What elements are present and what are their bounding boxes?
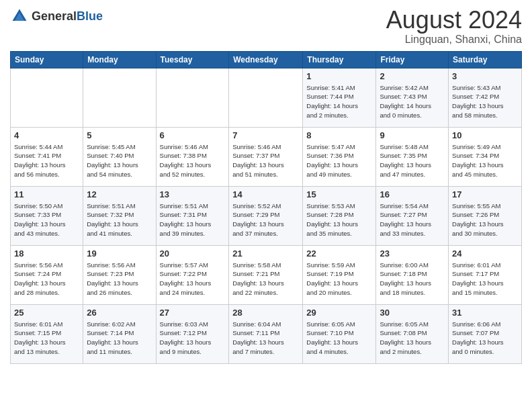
- calendar-cell: [83, 68, 156, 127]
- day-number: 19: [87, 248, 152, 259]
- calendar-cell: 6Sunrise: 5:46 AM Sunset: 7:38 PM Daylig…: [156, 127, 229, 186]
- calendar-cell: 10Sunrise: 5:49 AM Sunset: 7:34 PM Dayli…: [449, 127, 522, 186]
- day-info: Sunrise: 5:50 AM Sunset: 7:33 PM Dayligh…: [14, 201, 79, 238]
- day-info: Sunrise: 5:42 AM Sunset: 7:43 PM Dayligh…: [380, 83, 445, 120]
- day-info: Sunrise: 6:05 AM Sunset: 7:08 PM Dayligh…: [380, 320, 445, 357]
- calendar-cell: 9Sunrise: 5:48 AM Sunset: 7:35 PM Daylig…: [376, 127, 449, 186]
- day-info: Sunrise: 5:59 AM Sunset: 7:19 PM Dayligh…: [306, 261, 372, 298]
- day-info: Sunrise: 5:53 AM Sunset: 7:28 PM Dayligh…: [306, 201, 372, 238]
- calendar-cell: 18Sunrise: 5:56 AM Sunset: 7:24 PM Dayli…: [11, 245, 83, 304]
- calendar-cell: [156, 68, 229, 127]
- day-info: Sunrise: 6:00 AM Sunset: 7:18 PM Dayligh…: [380, 261, 445, 298]
- calendar-cell: 25Sunrise: 6:01 AM Sunset: 7:15 PM Dayli…: [11, 304, 83, 363]
- calendar-week-row: 4Sunrise: 5:44 AM Sunset: 7:41 PM Daylig…: [11, 127, 522, 186]
- calendar-cell: 19Sunrise: 5:56 AM Sunset: 7:23 PM Dayli…: [83, 245, 156, 304]
- calendar-cell: 23Sunrise: 6:00 AM Sunset: 7:18 PM Dayli…: [376, 245, 449, 304]
- day-info: Sunrise: 6:02 AM Sunset: 7:14 PM Dayligh…: [87, 320, 152, 357]
- logo-blue: Blue: [77, 9, 103, 23]
- day-number: 22: [306, 248, 372, 259]
- day-number: 26: [87, 308, 152, 318]
- day-number: 21: [232, 248, 299, 259]
- day-info: Sunrise: 5:54 AM Sunset: 7:27 PM Dayligh…: [380, 201, 445, 238]
- calendar-cell: 11Sunrise: 5:50 AM Sunset: 7:33 PM Dayli…: [11, 186, 83, 245]
- day-number: 23: [380, 248, 445, 259]
- calendar-cell: [11, 68, 83, 127]
- day-number: 16: [380, 189, 445, 199]
- day-info: Sunrise: 5:57 AM Sunset: 7:22 PM Dayligh…: [160, 261, 226, 298]
- day-info: Sunrise: 5:51 AM Sunset: 7:32 PM Dayligh…: [87, 201, 152, 238]
- day-info: Sunrise: 5:46 AM Sunset: 7:38 PM Dayligh…: [160, 142, 226, 179]
- calendar-cell: 3Sunrise: 5:43 AM Sunset: 7:42 PM Daylig…: [449, 68, 522, 127]
- logo-general: General: [32, 9, 77, 23]
- weekday-header: Thursday: [303, 51, 376, 68]
- calendar-cell: 14Sunrise: 5:52 AM Sunset: 7:29 PM Dayli…: [229, 186, 303, 245]
- weekday-header: Sunday: [11, 51, 83, 68]
- day-info: Sunrise: 5:56 AM Sunset: 7:23 PM Dayligh…: [87, 261, 152, 298]
- day-number: 20: [160, 248, 226, 259]
- day-info: Sunrise: 5:47 AM Sunset: 7:36 PM Dayligh…: [306, 142, 372, 179]
- day-number: 7: [232, 130, 299, 140]
- calendar-week-row: 18Sunrise: 5:56 AM Sunset: 7:24 PM Dayli…: [11, 245, 522, 304]
- calendar-cell: 26Sunrise: 6:02 AM Sunset: 7:14 PM Dayli…: [83, 304, 156, 363]
- day-info: Sunrise: 5:49 AM Sunset: 7:34 PM Dayligh…: [452, 142, 518, 179]
- day-number: 2: [380, 71, 445, 81]
- page-header: GeneralBlue August 2024 Lingquan, Shanxi…: [10, 7, 522, 46]
- calendar-cell: 28Sunrise: 6:04 AM Sunset: 7:11 PM Dayli…: [229, 304, 303, 363]
- day-info: Sunrise: 5:58 AM Sunset: 7:21 PM Dayligh…: [232, 261, 299, 298]
- calendar-cell: 21Sunrise: 5:58 AM Sunset: 7:21 PM Dayli…: [229, 245, 303, 304]
- calendar-cell: 8Sunrise: 5:47 AM Sunset: 7:36 PM Daylig…: [303, 127, 376, 186]
- day-number: 5: [87, 130, 152, 140]
- calendar-cell: 24Sunrise: 6:01 AM Sunset: 7:17 PM Dayli…: [449, 245, 522, 304]
- weekday-header: Saturday: [449, 51, 522, 68]
- weekday-header: Monday: [83, 51, 156, 68]
- calendar-cell: 31Sunrise: 6:06 AM Sunset: 7:07 PM Dayli…: [449, 304, 522, 363]
- day-info: Sunrise: 5:56 AM Sunset: 7:24 PM Dayligh…: [14, 261, 79, 298]
- day-info: Sunrise: 6:05 AM Sunset: 7:10 PM Dayligh…: [306, 320, 372, 357]
- day-number: 17: [452, 189, 518, 199]
- calendar-cell: 5Sunrise: 5:45 AM Sunset: 7:40 PM Daylig…: [83, 127, 156, 186]
- day-number: 24: [452, 248, 518, 259]
- day-number: 1: [306, 71, 372, 81]
- day-info: Sunrise: 6:03 AM Sunset: 7:12 PM Dayligh…: [160, 320, 226, 357]
- calendar-cell: 13Sunrise: 5:51 AM Sunset: 7:31 PM Dayli…: [156, 186, 229, 245]
- day-number: 18: [14, 248, 79, 259]
- day-number: 13: [160, 189, 226, 199]
- calendar-cell: [229, 68, 303, 127]
- calendar-cell: 17Sunrise: 5:55 AM Sunset: 7:26 PM Dayli…: [449, 186, 522, 245]
- calendar-cell: 12Sunrise: 5:51 AM Sunset: 7:32 PM Dayli…: [83, 186, 156, 245]
- logo: GeneralBlue: [10, 7, 103, 26]
- location: Lingquan, Shanxi, China: [386, 34, 522, 46]
- day-number: 12: [87, 189, 152, 199]
- calendar-cell: 20Sunrise: 5:57 AM Sunset: 7:22 PM Dayli…: [156, 245, 229, 304]
- month-title: August 2024: [386, 7, 522, 34]
- calendar-cell: 2Sunrise: 5:42 AM Sunset: 7:43 PM Daylig…: [376, 68, 449, 127]
- calendar-cell: 30Sunrise: 6:05 AM Sunset: 7:08 PM Dayli…: [376, 304, 449, 363]
- day-info: Sunrise: 5:45 AM Sunset: 7:40 PM Dayligh…: [87, 142, 152, 179]
- day-info: Sunrise: 6:01 AM Sunset: 7:17 PM Dayligh…: [452, 261, 518, 298]
- calendar-week-row: 1Sunrise: 5:41 AM Sunset: 7:44 PM Daylig…: [11, 68, 522, 127]
- day-number: 6: [160, 130, 226, 140]
- calendar-cell: 16Sunrise: 5:54 AM Sunset: 7:27 PM Dayli…: [376, 186, 449, 245]
- day-number: 31: [452, 308, 518, 318]
- day-number: 14: [232, 189, 299, 199]
- calendar-cell: 4Sunrise: 5:44 AM Sunset: 7:41 PM Daylig…: [11, 127, 83, 186]
- day-number: 3: [452, 71, 518, 81]
- weekday-header: Tuesday: [156, 51, 229, 68]
- day-number: 11: [14, 189, 79, 199]
- day-info: Sunrise: 5:48 AM Sunset: 7:35 PM Dayligh…: [380, 142, 445, 179]
- weekday-header: Friday: [376, 51, 449, 68]
- weekday-header: Wednesday: [229, 51, 303, 68]
- day-info: Sunrise: 6:04 AM Sunset: 7:11 PM Dayligh…: [232, 320, 299, 357]
- day-info: Sunrise: 5:41 AM Sunset: 7:44 PM Dayligh…: [306, 83, 372, 120]
- day-number: 8: [306, 130, 372, 140]
- logo-icon: [10, 7, 29, 26]
- day-number: 27: [160, 308, 226, 318]
- day-info: Sunrise: 6:01 AM Sunset: 7:15 PM Dayligh…: [14, 320, 79, 357]
- day-info: Sunrise: 5:43 AM Sunset: 7:42 PM Dayligh…: [452, 83, 518, 120]
- day-number: 28: [232, 308, 299, 318]
- day-info: Sunrise: 6:06 AM Sunset: 7:07 PM Dayligh…: [452, 320, 518, 357]
- day-info: Sunrise: 5:52 AM Sunset: 7:29 PM Dayligh…: [232, 201, 299, 238]
- calendar-cell: 7Sunrise: 5:46 AM Sunset: 7:37 PM Daylig…: [229, 127, 303, 186]
- calendar-cell: 29Sunrise: 6:05 AM Sunset: 7:10 PM Dayli…: [303, 304, 376, 363]
- day-number: 25: [14, 308, 79, 318]
